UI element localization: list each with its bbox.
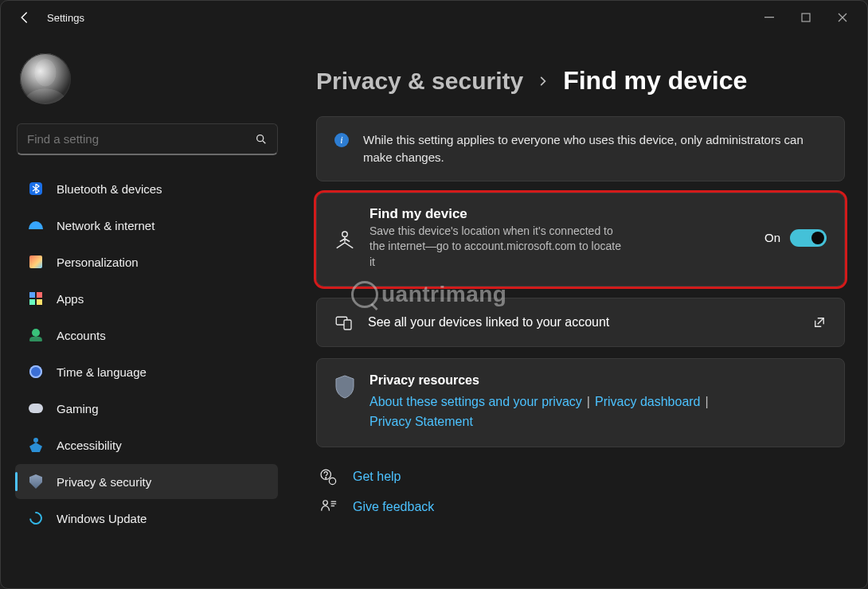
privacy-link-about[interactable]: About these settings and your privacy [369,395,582,408]
footer-links: Get help Give feedback [316,468,845,516]
sidebar-item-accessibility[interactable]: Accessibility [15,427,278,462]
privacy-resources-links: About these settings and your privacy|Pr… [369,392,714,432]
sidebar-item-label: Network & internet [57,219,154,232]
toggle-state-label: On [764,231,780,244]
avatar [20,53,71,104]
back-button[interactable] [17,10,33,25]
sidebar-item-label: Personalization [57,255,139,269]
person-icon [28,327,44,343]
clock-globe-icon [28,364,44,380]
info-banner-text: While this setting applies to everyone w… [363,131,827,166]
sidebar-item-label: Privacy & security [57,475,151,489]
window-controls [751,5,861,30]
svg-rect-1 [802,14,810,21]
get-help-label: Get help [353,470,401,484]
bluetooth-icon [28,181,44,197]
sidebar-item-privacy-security[interactable]: Privacy & security [15,464,278,499]
paintbrush-icon [28,254,44,270]
user-profile[interactable] [15,49,283,123]
settings-window: Settings [0,0,868,589]
linked-devices-label: See all your devices linked to your acco… [368,315,609,330]
main-content: Privacy & security Find my device i Whil… [287,34,867,588]
sidebar-item-apps[interactable]: Apps [15,281,278,316]
feedback-icon [319,498,337,516]
chevron-right-icon [538,76,549,87]
sidebar-item-accounts[interactable]: Accounts [15,318,278,353]
shield-icon [28,474,44,490]
privacy-link-dashboard[interactable]: Privacy dashboard [595,395,701,408]
privacy-resources-title: Privacy resources [369,373,714,388]
find-my-device-toggle[interactable] [790,229,827,247]
svg-point-7 [326,478,326,478]
titlebar: Settings [1,1,867,34]
sidebar-item-label: Gaming [57,402,99,415]
sidebar-item-label: Time & language [57,365,147,379]
accessibility-icon [28,437,44,453]
help-icon [319,468,337,486]
minimize-button[interactable] [751,5,788,30]
linked-devices-card[interactable]: See all your devices linked to your acco… [316,298,845,347]
sidebar-item-network-internet[interactable]: Network & internet [15,208,278,243]
find-my-device-card: Find my device Save this device's locati… [316,193,845,287]
app-title: Settings [47,12,84,24]
get-help-link[interactable]: Get help [319,468,845,486]
gamepad-icon [28,400,44,416]
svg-rect-5 [344,320,351,330]
sidebar-item-windows-update[interactable]: Windows Update [15,501,278,536]
give-feedback-link[interactable]: Give feedback [319,498,845,516]
sidebar-item-gaming[interactable]: Gaming [15,391,278,426]
info-banner: i While this setting applies to everyone… [316,116,845,181]
sidebar-item-label: Bluetooth & devices [57,182,162,196]
nav-list: Bluetooth & devices Network & internet P… [15,171,283,536]
location-person-icon [334,228,355,249]
sidebar-item-time-language[interactable]: Time & language [15,354,278,389]
sidebar-item-label: Accessibility [57,439,122,452]
info-icon: i [334,133,349,147]
sidebar-item-label: Apps [57,292,84,306]
breadcrumb-parent[interactable]: Privacy & security [316,68,523,95]
give-feedback-label: Give feedback [353,500,434,514]
shield-icon [334,375,355,399]
search-input[interactable] [27,132,255,146]
devices-icon [334,313,354,332]
svg-rect-0 [764,17,774,18]
sidebar-item-label: Windows Update [57,512,147,525]
maximize-button[interactable] [788,5,824,30]
search-icon [255,133,268,146]
update-icon [28,510,44,526]
sidebar-item-personalization[interactable]: Personalization [15,244,278,279]
breadcrumb-current: Find my device [563,66,747,96]
svg-point-3 [342,232,348,237]
sidebar: Bluetooth & devices Network & internet P… [1,34,287,588]
svg-point-9 [323,501,328,505]
open-external-icon [812,315,827,330]
svg-point-8 [329,478,335,484]
breadcrumb: Privacy & security Find my device [316,66,845,96]
svg-point-2 [257,135,264,141]
privacy-link-statement[interactable]: Privacy Statement [369,415,473,428]
close-button[interactable] [824,5,861,30]
find-my-device-title: Find my device [369,206,750,222]
wifi-icon [28,217,44,233]
search-box[interactable] [17,123,278,155]
sidebar-item-label: Accounts [57,329,106,342]
find-my-device-description: Save this device's location when it's co… [369,224,624,271]
sidebar-item-bluetooth-devices[interactable]: Bluetooth & devices [15,171,278,206]
privacy-resources-card: Privacy resources About these settings a… [316,358,845,447]
apps-grid-icon [28,291,44,306]
